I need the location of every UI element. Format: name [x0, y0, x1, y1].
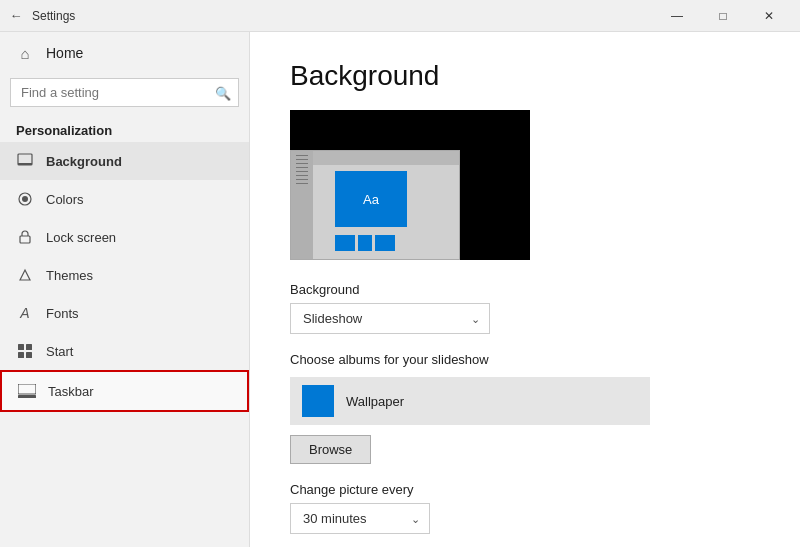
close-button[interactable]: ✕ [746, 0, 792, 32]
minimize-button[interactable]: — [654, 0, 700, 32]
svg-rect-7 [18, 352, 24, 358]
album-name-label: Wallpaper [346, 394, 404, 409]
preview-inner: Aa [290, 150, 460, 260]
wallpaper-preview: Aa [290, 110, 530, 260]
sidebar-item-themes-label: Themes [46, 268, 93, 283]
change-picture-dropdown-wrapper: 30 minutes 1 minute 10 minutes 1 hour 6 … [290, 503, 430, 534]
sidebar-item-lockscreen[interactable]: Lock screen [0, 218, 249, 256]
change-picture-dropdown[interactable]: 30 minutes 1 minute 10 minutes 1 hour 6 … [290, 503, 430, 534]
sidebar-item-background-label: Background [46, 154, 122, 169]
svg-rect-5 [18, 344, 24, 350]
svg-rect-4 [20, 236, 30, 243]
background-dropdown-wrapper: Slideshow Picture Solid color ⌄ [290, 303, 490, 334]
background-dropdown[interactable]: Slideshow Picture Solid color [290, 303, 490, 334]
app-body: ⌂ Home 🔍 Personalization Background Colo… [0, 32, 800, 547]
sidebar-item-fonts[interactable]: A Fonts [0, 294, 249, 332]
change-picture-dropdown-row: 30 minutes 1 minute 10 minutes 1 hour 6 … [290, 503, 760, 534]
sidebar-item-themes[interactable]: Themes [0, 256, 249, 294]
preview-top-ruler [313, 151, 459, 165]
fonts-icon: A [16, 304, 34, 322]
albums-label: Choose albums for your slideshow [290, 352, 760, 367]
preview-small-tiles [335, 235, 395, 251]
taskbar-icon [18, 382, 36, 400]
svg-rect-10 [18, 395, 36, 398]
title-bar: ← Settings — □ ✕ [0, 0, 800, 32]
album-thumbnail [302, 385, 334, 417]
sidebar-item-home[interactable]: ⌂ Home [0, 32, 249, 74]
sidebar-search-box: 🔍 [10, 78, 239, 107]
start-icon [16, 342, 34, 360]
search-input[interactable] [10, 78, 239, 107]
main-content: Background Aa Background [250, 32, 800, 547]
themes-icon [16, 266, 34, 284]
sidebar-item-lockscreen-label: Lock screen [46, 230, 116, 245]
svg-rect-6 [26, 344, 32, 350]
app-title: Settings [32, 9, 75, 23]
back-button[interactable]: ← [8, 8, 24, 24]
background-icon [16, 152, 34, 170]
sidebar-item-start[interactable]: Start [0, 332, 249, 370]
home-label: Home [46, 45, 83, 61]
sidebar-item-background[interactable]: Background [0, 142, 249, 180]
lockscreen-icon [16, 228, 34, 246]
change-picture-label: Change picture every [290, 482, 760, 497]
preview-ruler [291, 151, 313, 259]
album-item: Wallpaper [290, 377, 650, 425]
maximize-button[interactable]: □ [700, 0, 746, 32]
sidebar: ⌂ Home 🔍 Personalization Background Colo… [0, 32, 250, 547]
preview-aa-box: Aa [335, 171, 407, 227]
sidebar-item-fonts-label: Fonts [46, 306, 79, 321]
svg-rect-1 [18, 163, 32, 165]
svg-point-3 [22, 196, 28, 202]
sidebar-item-colors[interactable]: Colors [0, 180, 249, 218]
page-title: Background [290, 60, 760, 92]
search-icon: 🔍 [215, 85, 231, 100]
sidebar-item-taskbar-label: Taskbar [48, 384, 94, 399]
sidebar-section-label: Personalization [0, 115, 249, 142]
svg-rect-9 [18, 384, 36, 394]
sidebar-item-colors-label: Colors [46, 192, 84, 207]
svg-rect-8 [26, 352, 32, 358]
sidebar-item-start-label: Start [46, 344, 73, 359]
home-icon: ⌂ [16, 44, 34, 62]
browse-button[interactable]: Browse [290, 435, 371, 464]
colors-icon [16, 190, 34, 208]
sidebar-item-taskbar[interactable]: Taskbar [0, 370, 249, 412]
background-dropdown-label: Background [290, 282, 760, 297]
background-dropdown-row: Slideshow Picture Solid color ⌄ [290, 303, 760, 334]
